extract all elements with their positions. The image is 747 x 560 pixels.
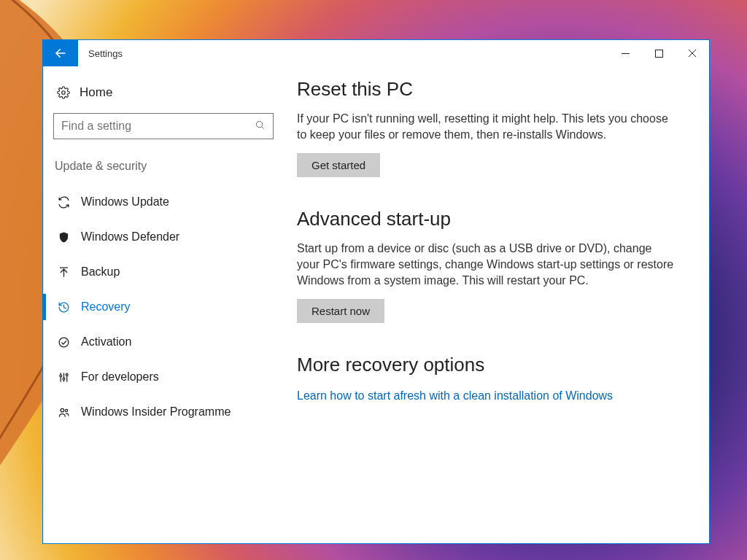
search-box[interactable] bbox=[53, 113, 274, 139]
shield-icon bbox=[55, 231, 72, 244]
sidebar-item-label: Windows Defender bbox=[81, 230, 179, 244]
sidebar-home[interactable]: Home bbox=[53, 82, 274, 113]
sidebar-nav: Windows Update Windows Defender Backup bbox=[53, 184, 274, 429]
maximize-icon bbox=[655, 50, 663, 58]
svg-point-14 bbox=[63, 378, 65, 380]
sidebar-item-label: For developers bbox=[81, 370, 159, 384]
section-heading-advanced-startup: Advanced start-up bbox=[297, 208, 684, 230]
sidebar-item-for-developers[interactable]: For developers bbox=[53, 359, 274, 394]
dev-tools-icon bbox=[55, 371, 72, 384]
sidebar-item-label: Backup bbox=[81, 265, 120, 279]
search-icon bbox=[255, 120, 266, 133]
sidebar-item-label: Recovery bbox=[81, 300, 131, 314]
svg-point-5 bbox=[62, 91, 66, 95]
window-controls bbox=[608, 40, 709, 66]
titlebar: Settings bbox=[43, 40, 709, 66]
sidebar-item-windows-defender[interactable]: Windows Defender bbox=[53, 219, 274, 254]
svg-point-16 bbox=[66, 373, 68, 376]
section-body-advanced-startup: Start up from a device or disc (such as … bbox=[297, 241, 676, 289]
sidebar-section-label: Update & security bbox=[53, 160, 274, 173]
sidebar-item-insider-programme[interactable]: Windows Insider Programme bbox=[53, 394, 274, 429]
svg-point-12 bbox=[59, 374, 61, 376]
sidebar-item-activation[interactable]: Activation bbox=[53, 324, 274, 359]
sync-icon bbox=[55, 196, 72, 209]
sidebar-item-label: Windows Update bbox=[81, 195, 169, 209]
backup-arrow-icon bbox=[55, 266, 72, 279]
close-button[interactable] bbox=[676, 40, 709, 66]
minimize-icon bbox=[622, 50, 630, 58]
check-circle-icon bbox=[55, 336, 72, 349]
insider-icon bbox=[55, 406, 72, 419]
get-started-button[interactable]: Get started bbox=[297, 153, 380, 177]
sidebar-item-windows-update[interactable]: Windows Update bbox=[53, 184, 274, 219]
svg-line-7 bbox=[262, 127, 264, 129]
app-title: Settings bbox=[78, 40, 123, 66]
search-input[interactable] bbox=[61, 120, 255, 133]
arrow-left-icon bbox=[54, 47, 67, 60]
history-icon bbox=[55, 301, 72, 314]
sidebar-home-label: Home bbox=[80, 85, 112, 100]
svg-point-18 bbox=[65, 409, 67, 411]
svg-rect-2 bbox=[655, 50, 662, 57]
minimize-button[interactable] bbox=[608, 40, 642, 66]
main-panel: Reset this PC If your PC isn't running w… bbox=[284, 66, 709, 543]
gear-icon bbox=[55, 86, 72, 99]
close-icon bbox=[688, 49, 697, 58]
sidebar-item-label: Windows Insider Programme bbox=[81, 405, 231, 419]
svg-point-10 bbox=[59, 338, 69, 347]
sidebar-item-recovery[interactable]: Recovery bbox=[53, 289, 274, 324]
sidebar-item-label: Activation bbox=[81, 335, 131, 349]
svg-point-6 bbox=[257, 122, 263, 128]
svg-rect-1 bbox=[622, 53, 630, 54]
restart-now-button[interactable]: Restart now bbox=[297, 299, 384, 323]
maximize-button[interactable] bbox=[642, 40, 676, 66]
settings-window: Settings Home bbox=[42, 39, 710, 544]
clean-install-link[interactable]: Learn how to start afresh with a clean i… bbox=[297, 389, 613, 402]
back-button[interactable] bbox=[43, 40, 78, 66]
section-body-reset: If your PC isn't running well, resetting… bbox=[297, 111, 676, 143]
sidebar-item-backup[interactable]: Backup bbox=[53, 254, 274, 289]
section-heading-more-recovery: More recovery options bbox=[297, 354, 684, 376]
section-heading-reset: Reset this PC bbox=[297, 78, 684, 101]
svg-point-17 bbox=[61, 408, 64, 412]
sidebar: Home Update & security Windows Update bbox=[43, 66, 284, 543]
